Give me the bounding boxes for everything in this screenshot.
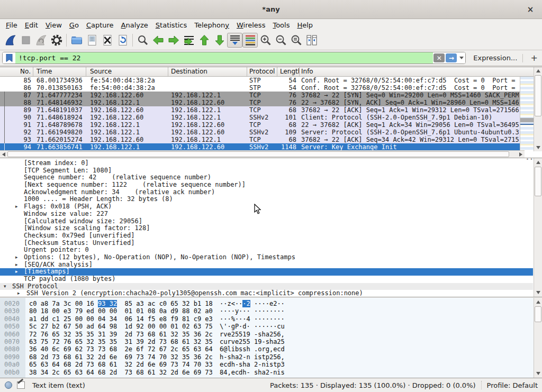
detail-line-7[interactable]: Window size value: 227 — [0, 211, 533, 218]
go-last-button[interactable] — [212, 33, 227, 48]
menu-view[interactable]: View — [42, 20, 66, 30]
hex-row-0090[interactable]: 009068 2d 73 68 61 32 2d 6e 69 73 74 70 … — [0, 353, 542, 361]
expression-button[interactable]: Expression... — [473, 54, 517, 62]
packet-row-87[interactable]: 8771.647777234192.168.122.60192.168.122.… — [0, 92, 542, 99]
save-file-button[interactable] — [84, 33, 100, 48]
packet-row-88[interactable]: 8871.648146932192.168.122.1192.168.122.6… — [0, 99, 542, 106]
packet-row-91[interactable]: 9171.648789678192.168.122.1192.168.122.6… — [0, 121, 542, 129]
auto-scroll-button[interactable] — [227, 33, 242, 48]
stop-capture-button[interactable] — [18, 33, 33, 48]
hex-row-0020[interactable]: 0020c0 a8 7a 3c 00 16 93 32 85 a3 ac c0 … — [0, 300, 542, 307]
column-header-destination[interactable]: Destination — [168, 67, 247, 76]
hex-row-0060[interactable]: 006072 76 65 32 35 35 31 39 2d 73 68 61 … — [0, 331, 542, 338]
packet-row-85[interactable]: 8568.001734936fe:54:00:d4:38:2aSTP54Conf… — [0, 77, 542, 84]
detail-line-1[interactable]: [TCP Segment Len: 1080] — [0, 167, 533, 175]
menu-go[interactable]: Go — [66, 20, 83, 30]
menu-help[interactable]: Help — [293, 20, 317, 30]
expander-closed-icon[interactable]: ▸ — [15, 254, 18, 261]
column-header-info[interactable]: Info — [300, 67, 519, 76]
hex-row-0070[interactable]: 007063 75 72 76 65 32 35 35 31 39 2d 73 … — [0, 338, 542, 345]
detail-line-0[interactable]: [Stream index: 0] — [0, 160, 533, 167]
close-window-button[interactable]: × — [525, 4, 536, 15]
profile-status[interactable]: Profile: Default — [487, 381, 538, 389]
packet-row-86[interactable]: 8670.013850163fe:54:00:d4:38:2aSTP54Conf… — [0, 84, 542, 92]
detail-line-12[interactable]: Urgent pointer: 0 — [0, 247, 533, 254]
close-file-button[interactable] — [100, 33, 115, 48]
go-back-button[interactable] — [150, 33, 166, 48]
hex-dump[interactable]: 0020c0 a8 7a 3c 00 16 93 32 85 a3 ac c0 … — [0, 300, 542, 376]
display-filter-field[interactable]: !tcp.port == 22 ✕ → — [2, 52, 466, 64]
detail-line-11[interactable]: [Checksum Status: Unverified] — [0, 240, 533, 247]
scroll-up-icon[interactable] — [536, 69, 540, 72]
go-first-button[interactable] — [196, 33, 212, 48]
packet-row-94[interactable]: 9471.663856741192.168.122.1192.168.122.6… — [0, 143, 542, 151]
column-header-time[interactable]: Time — [33, 67, 86, 76]
scrollbar-thumb[interactable] — [535, 75, 541, 116]
hex-row-0050[interactable]: 00505c 27 b2 67 50 ad 64 98 1d 92 00 00 … — [0, 323, 542, 330]
packet-list-minimap[interactable] — [520, 77, 534, 151]
restart-capture-button[interactable] — [33, 33, 49, 48]
expander-open-icon[interactable]: ▾ — [4, 283, 6, 290]
go-to-packet-button[interactable] — [181, 33, 196, 48]
menu-wireless[interactable]: Wireless — [233, 20, 269, 30]
menu-capture[interactable]: Capture — [83, 20, 118, 30]
menu-analyze[interactable]: Analyze — [118, 20, 152, 30]
expander-closed-icon[interactable]: ▸ — [15, 203, 18, 211]
detail-line-3[interactable]: [Next sequence number: 1122 (relative se… — [0, 181, 533, 189]
scroll-right-icon[interactable] — [519, 152, 522, 157]
detail-line-8[interactable]: [Calculated window size: 29056] — [0, 218, 533, 225]
column-header-protocol[interactable]: Protocol — [247, 67, 277, 76]
packet-row-89[interactable]: 8971.648191037192.168.122.60192.168.122.… — [0, 106, 542, 114]
column-header-length[interactable]: Length — [277, 67, 300, 76]
packet-list-vscrollbar[interactable] — [534, 67, 542, 151]
display-filter-input[interactable]: !tcp.port == 22 — [15, 52, 433, 63]
reload-file-button[interactable] — [115, 33, 130, 48]
capture-options-button[interactable] — [49, 33, 64, 48]
packet-list-hscrollbar[interactable] — [0, 150, 525, 158]
find-packet-button[interactable] — [135, 33, 150, 48]
filter-apply-button[interactable]: → — [446, 53, 457, 62]
menu-telephony[interactable]: Telephony — [191, 20, 233, 30]
detail-line-13[interactable]: ▸Options: (12 bytes), No-Operation (NOP)… — [0, 254, 533, 261]
packet-row-93[interactable]: 9371.662015274192.168.122.60192.168.122.… — [0, 136, 542, 143]
resize-columns-button[interactable] — [304, 33, 319, 48]
menu-statistics[interactable]: Statistics — [152, 20, 191, 30]
detail-line-17[interactable]: ▾SSH Protocol — [0, 283, 533, 290]
scrollbar-thumb[interactable] — [535, 167, 541, 196]
menu-file[interactable]: File — [2, 20, 21, 30]
column-header-source[interactable]: Source — [86, 67, 168, 76]
scroll-down-icon[interactable] — [536, 291, 540, 294]
go-forward-button[interactable] — [166, 33, 181, 48]
scroll-up-icon[interactable] — [536, 300, 540, 304]
detail-line-2[interactable]: Sequence number: 42 (relative sequence n… — [0, 174, 533, 181]
detail-line-14[interactable]: ▸[SEQ/ACK analysis] — [0, 261, 533, 269]
packet-row-92[interactable]: 9271.661949820192.168.122.1192.168.122.6… — [0, 129, 542, 136]
column-header-no[interactable]: No. — [0, 67, 33, 76]
expander-closed-icon[interactable]: ▸ — [17, 290, 20, 297]
expander-closed-icon[interactable]: ▸ — [15, 268, 18, 276]
detail-line-5[interactable]: 1000 .... = Header Length: 32 bytes (8) — [0, 196, 533, 203]
zoom-in-button[interactable] — [258, 33, 273, 48]
expert-info-icon[interactable] — [5, 381, 12, 389]
filter-dropdown-button[interactable] — [457, 52, 465, 63]
scroll-up-icon[interactable] — [536, 161, 540, 164]
scroll-left-icon[interactable] — [2, 152, 5, 157]
packet-row-90[interactable]: 9071.648618924192.168.122.60192.168.122.… — [0, 114, 542, 121]
hex-row-0030[interactable]: 003080 18 00 e3 79 ed 00 00 01 01 08 0a … — [0, 307, 542, 315]
expander-closed-icon[interactable]: ▸ — [15, 261, 18, 269]
hex-row-00b0[interactable]: 00b038 34 2c 65 63 64 68 2d 73 68 61 32 … — [0, 369, 542, 376]
filter-clear-button[interactable]: ✕ — [433, 53, 445, 62]
detail-line-9[interactable]: [Window size scaling factor: 128] — [0, 225, 533, 232]
detail-line-4[interactable]: Acknowledgment number: 34 (relative ack … — [0, 189, 533, 196]
capture-comment-icon[interactable] — [17, 381, 25, 389]
open-file-button[interactable] — [69, 33, 84, 48]
hex-row-0080[interactable]: 008036 40 6c 69 62 73 73 68 2e 6f 72 67 … — [0, 345, 542, 353]
bytes-vscrollbar[interactable] — [534, 298, 542, 378]
menu-tools[interactable]: Tools — [269, 20, 293, 30]
details-vscrollbar[interactable] — [534, 158, 542, 297]
start-capture-button[interactable] — [3, 33, 18, 48]
menu-edit[interactable]: Edit — [21, 20, 42, 30]
scrollbar-thumb[interactable] — [7, 151, 509, 157]
zoom-out-button[interactable] — [273, 33, 288, 48]
filter-bookmark-icon[interactable] — [3, 52, 15, 63]
